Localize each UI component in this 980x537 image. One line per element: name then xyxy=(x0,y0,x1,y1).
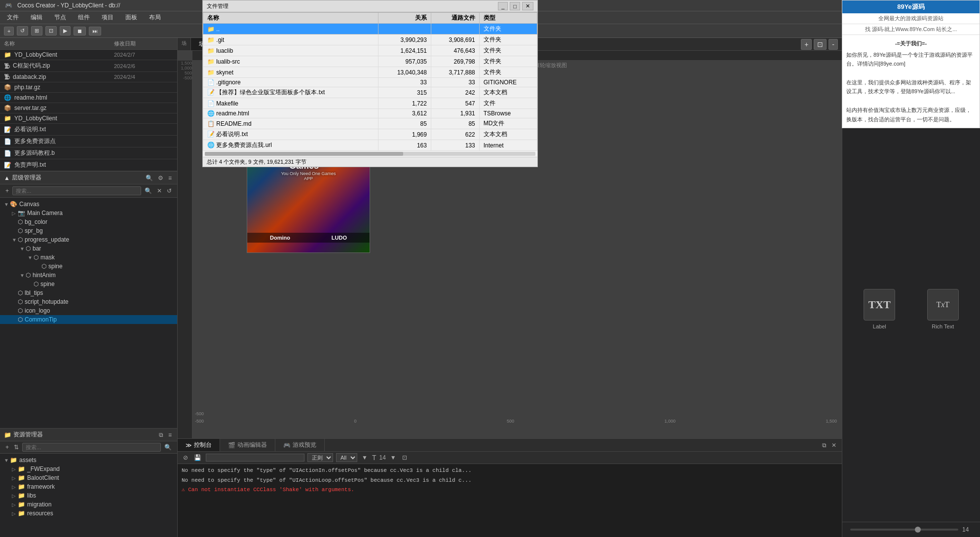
assets-search-btn[interactable]: 🔍 xyxy=(163,443,173,451)
toolbar-grid-btn[interactable]: ⊞ xyxy=(31,26,42,36)
menu-edit[interactable]: 编辑 xyxy=(29,12,44,23)
hierarchy-clear-btn[interactable]: ✕ xyxy=(155,187,163,195)
file-item-more[interactable]: 📄 更多源码教程.b xyxy=(0,147,177,159)
render-node-rich-text[interactable]: TxT Rich Text xyxy=(914,289,973,514)
assets-item-migration[interactable]: ▷ 📁 migration xyxy=(0,500,177,509)
console-expand-btn[interactable]: ⧉ xyxy=(821,441,828,449)
hierarchy-refresh-btn[interactable]: ↺ xyxy=(165,187,173,195)
toolbar-refresh-btn[interactable]: ↺ xyxy=(17,26,28,36)
file-row-bikaishuo[interactable]: 📝 必看说明.txt 1,969 622 文本文档 xyxy=(203,129,537,140)
assets-item-resources[interactable]: ▷ 📁 resources xyxy=(0,509,177,518)
collapse-icon[interactable]: ▲ xyxy=(4,175,10,181)
scrollbar-thumb[interactable] xyxy=(205,152,403,156)
console-filter-input[interactable] xyxy=(206,454,304,462)
file-row-luaclib[interactable]: 📁 luaclib 1,624,151 476,643 文件夹 xyxy=(203,45,537,56)
console-clear-btn[interactable]: ⊘ xyxy=(182,454,189,462)
file-manager-scrollbar[interactable] xyxy=(205,152,535,156)
slider-thumb[interactable] xyxy=(915,527,921,533)
file-item-ydlobby2[interactable]: 📁 YD_LobbyClient xyxy=(0,113,177,124)
tree-item-lbl-tips[interactable]: ⬡ lbl_tips xyxy=(0,288,177,297)
file-item-disclaimer[interactable]: 📝 免责声明.txt xyxy=(0,159,177,171)
toolbar-add-btn[interactable]: + xyxy=(4,27,14,36)
tree-item-spr-bg[interactable]: ⬡ spr_bg xyxy=(0,226,177,235)
tree-item-icon-logo[interactable]: ⬡ icon_logo xyxy=(0,306,177,315)
file-item-databack[interactable]: 🗜 databack.zip 2024/2/4 xyxy=(0,72,177,82)
toolbar-play-btn[interactable]: ▶ xyxy=(60,26,71,36)
tree-item-spine-2[interactable]: ⬡ spine xyxy=(0,280,177,288)
file-row-git[interactable]: 📁 .git 3,990,293 3,908,691 文件夹 xyxy=(203,35,537,45)
assets-sort-btn[interactable]: ⇅ xyxy=(12,443,20,451)
hierarchy-search-input[interactable] xyxy=(12,186,141,195)
console-regex-select[interactable]: 正则 xyxy=(307,453,333,462)
tree-item-commontip[interactable]: ⬡ CommonTip xyxy=(0,315,177,324)
slider-track[interactable] xyxy=(850,529,958,531)
console-fullscreen-btn[interactable]: ⊡ xyxy=(401,454,409,462)
assets-item-libs[interactable]: ▷ 📁 libs xyxy=(0,491,177,500)
tab-console[interactable]: ≫ 控制台 xyxy=(178,439,220,451)
menu-node[interactable]: 节点 xyxy=(52,12,68,23)
assets-item-framework[interactable]: ▷ 📁 framework xyxy=(0,482,177,491)
render-node-label[interactable]: TXT Label xyxy=(850,289,909,514)
hierarchy-filter-btn[interactable]: 🔍 xyxy=(143,187,153,195)
file-manager-close[interactable]: ✕ xyxy=(522,2,533,10)
file-manager-maximize[interactable]: □ xyxy=(510,2,520,10)
console-font-dropdown[interactable]: ▼ xyxy=(389,454,398,462)
file-item-free[interactable]: 📄 更多免费资源点 xyxy=(0,136,177,147)
tree-item-mask[interactable]: ▼ ⬡ mask xyxy=(0,253,177,262)
toolbar-layout-btn[interactable]: ⊡ xyxy=(45,26,57,36)
assets-item-balootclient[interactable]: ▷ 📁 BalootClient xyxy=(0,473,177,482)
assets-item-fwexpand[interactable]: ▷ 📁 _FWExpand xyxy=(0,465,177,473)
file-item-php[interactable]: 📦 php.tar.gz xyxy=(0,82,177,93)
file-row-makefile[interactable]: 📄 Makefile 1,722 547 文件 xyxy=(203,98,537,109)
tab-animation-editor[interactable]: 🎬 动画编辑器 xyxy=(220,439,275,451)
file-row-url[interactable]: 🌐 更多免费资源点我.url 163 133 Internet xyxy=(203,140,537,151)
console-level-select[interactable]: All xyxy=(336,453,357,462)
console-save-btn[interactable]: 💾 xyxy=(192,454,203,462)
file-row-gitignore[interactable]: 📄 .gitignore 33 33 GITIGNORE xyxy=(203,78,537,87)
file-item-cframe[interactable]: 🗜 C框架代码.zip 2024/2/6 xyxy=(0,60,177,72)
menu-layout[interactable]: 布局 xyxy=(147,12,163,23)
scene-zoom-out-btn[interactable]: - xyxy=(829,39,838,50)
file-row-readme-md[interactable]: 📋 README.md 85 85 MD文件 xyxy=(203,118,537,129)
file-item-note[interactable]: 📝 必看说明.txt xyxy=(0,124,177,136)
menu-file[interactable]: 文件 xyxy=(5,12,21,23)
file-item-server[interactable]: 📦 server.tar.gz xyxy=(0,103,177,113)
file-item-lobby[interactable]: 📁 YD_LobbyClient 2024/2/7 xyxy=(0,50,177,60)
menu-project[interactable]: 项目 xyxy=(100,12,115,23)
hierarchy-add-btn[interactable]: + xyxy=(4,187,10,195)
assets-search-input[interactable] xyxy=(22,443,161,452)
menu-component[interactable]: 组件 xyxy=(76,12,92,23)
zip-icon: 🗜 xyxy=(4,73,10,80)
tree-item-spine-1[interactable]: ⬡ spine xyxy=(0,262,177,271)
toolbar-step-btn[interactable]: ⏭ xyxy=(89,27,101,36)
file-row-readme-html[interactable]: 🌐 readme.html 3,612 1,931 TSBrowse xyxy=(203,109,537,118)
hierarchy-settings-btn[interactable]: ⚙ xyxy=(156,174,165,182)
tree-item-bg-color[interactable]: ⬡ bg_color xyxy=(0,217,177,226)
hierarchy-more-btn[interactable]: ≡ xyxy=(167,174,173,182)
hierarchy-search-btn[interactable]: 🔍 xyxy=(144,174,154,182)
tree-item-main-camera[interactable]: ▷ 📷 Main Camera xyxy=(0,209,177,217)
file-row-recommend[interactable]: 📝 【推荐】绿色企业版宝塔面板多个版本.txt 315 242 文本文档 xyxy=(203,87,537,98)
file-item-readme[interactable]: 🌐 readme.html xyxy=(0,93,177,103)
assets-more-btn[interactable]: ≡ xyxy=(167,431,173,439)
console-close-btn[interactable]: ✕ xyxy=(830,441,838,449)
tree-item-script-hotupdate[interactable]: ⬡ script_hotupdate xyxy=(0,297,177,306)
ruler-bottom-neg500: -500 xyxy=(195,411,204,416)
file-manager-minimize[interactable]: _ xyxy=(498,2,508,10)
scene-zoom-in-btn[interactable]: + xyxy=(801,39,812,50)
scene-zoom-fit-btn[interactable]: ⊡ xyxy=(814,39,827,50)
tree-item-canvas[interactable]: ▼ 🎨 Canvas xyxy=(0,200,177,209)
assets-copy-btn[interactable]: ⧉ xyxy=(157,431,165,439)
file-row-parent[interactable]: 📁 .. 文件夹 xyxy=(203,24,537,35)
assets-add-btn[interactable]: + xyxy=(4,443,10,451)
tree-item-hintanim[interactable]: ▼ ⬡ hintAnim xyxy=(0,271,177,280)
tab-game-preview[interactable]: 🎮 游戏预览 xyxy=(275,439,325,451)
file-row-skynet[interactable]: 📁 skynet 13,040,348 3,717,888 文件夹 xyxy=(203,67,537,78)
tree-item-progress-update[interactable]: ▼ ⬡ progress_update xyxy=(0,235,177,244)
file-row-lualib-src[interactable]: 📁 lualib-src 957,035 269,798 文件夹 xyxy=(203,56,537,67)
assets-item-assets[interactable]: ▼ 📁 assets xyxy=(0,456,177,465)
console-dropdown-btn[interactable]: ▼ xyxy=(360,454,369,462)
toolbar-stop-btn[interactable]: ⏹ xyxy=(74,27,86,36)
menu-panel[interactable]: 面板 xyxy=(123,12,139,23)
tree-item-bar[interactable]: ▼ ⬡ bar xyxy=(0,244,177,253)
